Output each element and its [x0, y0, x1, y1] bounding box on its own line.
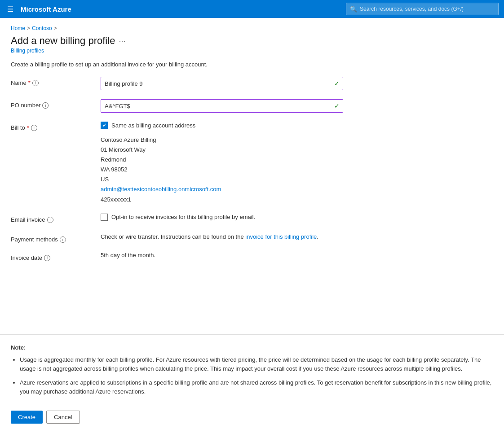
payment-methods-label-text: Payment methods [11, 236, 58, 243]
page-header: Add a new billing profile ··· [11, 35, 493, 47]
address-line4: WA 98052 [101, 165, 493, 175]
page-subtitle[interactable]: Billing profiles [11, 48, 493, 54]
same-as-billing-label: Same as billing account address [111, 122, 195, 129]
page-options-icon[interactable]: ··· [119, 36, 125, 46]
payment-methods-text: Check or wire transfer. Instructions can… [101, 233, 493, 240]
list-item: Usage is aggregated monthly for each bil… [20, 355, 493, 373]
note-section: Note: Usage is aggregated monthly for ea… [0, 335, 504, 405]
invoice-date-info-icon[interactable]: i [44, 255, 50, 261]
content-area: Home > Contoso > Add a new billing profi… [0, 18, 504, 335]
email-invoice-text: Opt-in to receive invoices for this bill… [111, 214, 255, 220]
bill-to-control: Same as billing account address Contoso … [101, 122, 493, 205]
email-invoice-text-content: Opt-in to receive invoices for this bill… [111, 214, 255, 220]
name-label: Name * i [11, 77, 101, 90]
top-navigation: ☰ Microsoft Azure 🔍 [0, 0, 504, 18]
payment-methods-suffix: . [317, 233, 318, 240]
search-bar[interactable]: 🔍 [346, 3, 499, 15]
po-number-input-wrapper: ✓ [101, 99, 343, 113]
page-title: Add a new billing profile [11, 35, 115, 47]
po-number-label: PO number i [11, 99, 101, 113]
address-line2: 01 Microsoft Way [101, 145, 493, 155]
note-item-1-text: Usage is aggregated monthly for each bil… [20, 356, 481, 372]
main-wrapper: Home > Contoso > Add a new billing profi… [0, 18, 504, 429]
payment-methods-link[interactable]: invoice for this billing profile [245, 233, 317, 240]
billing-form: Name * i ✓ PO number i ✓ [11, 77, 493, 261]
breadcrumb: Home > Contoso > [11, 25, 493, 31]
name-input[interactable] [101, 77, 343, 90]
invoice-date-label-text: Invoice date [11, 254, 42, 261]
breadcrumb-home[interactable]: Home [11, 25, 25, 31]
create-button[interactable]: Create [11, 411, 43, 424]
breadcrumb-contoso[interactable]: Contoso [32, 25, 52, 31]
email-invoice-checkbox[interactable] [101, 214, 108, 221]
address-email: admin@testtestcontosobilling.onmicrosoft… [101, 184, 493, 194]
bill-to-label-text: Bill to [11, 124, 25, 131]
email-invoice-control: Opt-in to receive invoices for this bill… [101, 214, 493, 224]
payment-methods-prefix: Check or wire transfer. Instructions can… [101, 233, 245, 240]
email-invoice-row: Opt-in to receive invoices for this bill… [101, 214, 493, 221]
note-list: Usage is aggregated monthly for each bil… [11, 355, 493, 396]
email-invoice-info-icon[interactable]: i [47, 217, 53, 223]
address-email-link[interactable]: admin@testtestcontosobilling.onmicrosoft… [101, 186, 221, 193]
po-number-label-text: PO number [11, 102, 40, 109]
payment-methods-info-icon[interactable]: i [60, 236, 66, 243]
address-line5: US [101, 175, 493, 184]
breadcrumb-sep-2: > [54, 25, 57, 31]
search-icon: 🔍 [350, 6, 357, 13]
same-as-billing-checkbox[interactable] [101, 122, 108, 129]
cancel-button[interactable]: Cancel [46, 411, 80, 424]
same-as-billing-row: Same as billing account address [101, 122, 493, 129]
po-number-info-icon[interactable]: i [42, 102, 49, 109]
name-info-icon[interactable]: i [32, 80, 39, 86]
bill-to-info-icon[interactable]: i [31, 125, 37, 131]
page-description: Create a billing profile to set up an ad… [11, 61, 493, 68]
invoice-date-text: 5th day of the month. [101, 252, 493, 258]
name-control: ✓ [101, 77, 493, 90]
name-checkmark-icon: ✓ [334, 80, 340, 87]
bill-to-required-star: * [27, 124, 29, 131]
name-input-wrapper: ✓ [101, 77, 343, 90]
address-line3: Redmond [101, 155, 493, 165]
footer: Create Cancel [0, 405, 504, 429]
po-number-input[interactable] [101, 99, 343, 113]
invoice-date-control: 5th day of the month. [101, 252, 493, 261]
hamburger-icon[interactable]: ☰ [5, 3, 15, 15]
breadcrumb-sep-1: > [27, 25, 30, 31]
search-input[interactable] [360, 6, 495, 12]
app-title: Microsoft Azure [21, 5, 71, 13]
name-label-text: Name [11, 79, 27, 86]
email-invoice-label: Email invoice i [11, 214, 101, 224]
invoice-date-label: Invoice date i [11, 252, 101, 261]
payment-methods-label: Payment methods i [11, 233, 101, 243]
po-number-checkmark-icon: ✓ [334, 102, 340, 109]
bill-to-label: Bill to * i [11, 122, 101, 205]
payment-methods-control: Check or wire transfer. Instructions can… [101, 233, 493, 243]
po-number-control: ✓ [101, 99, 493, 113]
list-item: Azure reservations are applied to subscr… [20, 378, 493, 396]
note-item-2-text: Azure reservations are applied to subscr… [20, 379, 491, 395]
note-title: Note: [11, 344, 493, 351]
address-line1: Contoso Azure Billing [101, 135, 493, 145]
email-invoice-label-text: Email invoice [11, 216, 45, 223]
address-block: Contoso Azure Billing 01 Microsoft Way R… [101, 135, 493, 205]
address-phone: 425xxxxxx1 [101, 195, 493, 205]
name-required-star: * [28, 79, 31, 86]
